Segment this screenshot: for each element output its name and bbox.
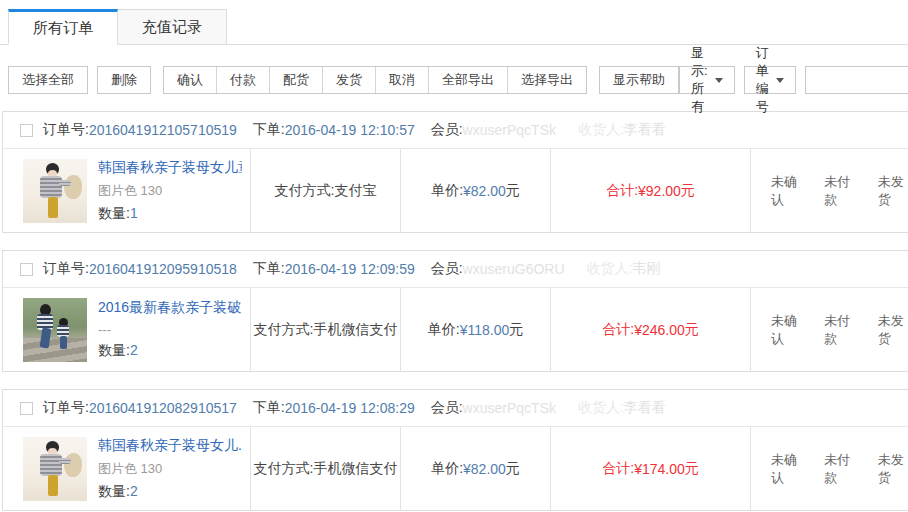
placed-value: 2016-04-19 12:09:59 — [285, 261, 415, 277]
decor-flowers — [64, 175, 82, 199]
select-all-button[interactable]: 选择全部 — [8, 66, 88, 94]
chevron-down-icon — [776, 78, 784, 83]
status-unshipped: 未发货 — [878, 173, 908, 209]
status-unpaid: 未付款 — [824, 312, 854, 348]
yuan-suffix: 元 — [685, 460, 699, 478]
total-label: 合计: — [606, 182, 638, 200]
product-title-link[interactable]: 韩国春秋亲子装母女儿童... — [98, 159, 242, 177]
total-cell: 合计:¥174.00元 — [550, 427, 750, 510]
order-no-label: 订单号: — [43, 260, 89, 278]
total-value: ¥174.00 — [634, 461, 685, 477]
total-label: 合计: — [602, 321, 634, 339]
order-list: 订单号:2016041912105710519 下单:2016-04-19 12… — [0, 111, 908, 511]
pay-button[interactable]: 付款 — [216, 67, 269, 93]
receiver-value: 韦刚 — [632, 260, 660, 278]
order-body: 韩国春秋亲子装母女儿童... 图片色 130 数量:1 支付方式:支付宝 单价:… — [3, 148, 908, 232]
girl-arm — [59, 180, 71, 186]
total-label: 合计: — [602, 460, 634, 478]
girl-arm — [59, 458, 71, 464]
child-jeans — [60, 336, 67, 349]
order-card: 订单号:2016041912082910517 下单:2016-04-19 12… — [2, 389, 908, 511]
show-help-button[interactable]: 显示帮助 — [599, 66, 679, 94]
decor-flowers — [64, 453, 82, 477]
payment-label: 支付方式: — [275, 182, 335, 200]
unit-price-label: 单价: — [431, 460, 463, 478]
order-checkbox[interactable] — [20, 124, 33, 137]
order-checkbox[interactable] — [20, 402, 33, 415]
order-card: 订单号:2016041912105710519 下单:2016-04-19 12… — [2, 111, 908, 233]
order-header: 订单号:2016041912082910517 下单:2016-04-19 12… — [3, 390, 908, 426]
member-label: 会员: — [431, 260, 463, 278]
receiver-label: 收货人: — [578, 399, 624, 417]
product-variant: 图片色 130 — [98, 182, 242, 200]
product-info: 韩国春秋亲子装母女儿童... 图片色 130 数量:1 — [98, 159, 242, 223]
member-value: wxuseruG6ORU — [463, 261, 565, 277]
cancel-button[interactable]: 取消 — [375, 67, 428, 93]
quantity-value: 1 — [130, 205, 138, 221]
allocate-button[interactable]: 配货 — [269, 67, 322, 93]
export-all-button[interactable]: 全部导出 — [428, 67, 507, 93]
member-label: 会员: — [431, 399, 463, 417]
quantity-value: 2 — [130, 342, 138, 358]
product-info: 韩国春秋亲子装母女儿... 图片色 130 数量:2 — [98, 437, 242, 501]
toolbar-right: 显示:所有 订单编号 — [679, 66, 908, 94]
order-no-label: 订单号: — [43, 399, 89, 417]
payment-cell: 支付方式:手机微信支付 — [250, 288, 400, 371]
search-input[interactable] — [805, 66, 908, 94]
girl-yellow-pants — [48, 197, 58, 218]
ship-button[interactable]: 发货 — [322, 67, 375, 93]
yuan-suffix: 元 — [509, 321, 523, 339]
unit-price-value: ¥82.00 — [463, 183, 506, 199]
status-unconfirmed: 未确认 — [771, 312, 801, 348]
order-no-value: 2016041912105710519 — [89, 122, 237, 138]
product-title-link[interactable]: 韩国春秋亲子装母女儿... — [98, 437, 242, 455]
confirm-button[interactable]: 确认 — [164, 67, 216, 93]
product-variant: --- — [98, 322, 242, 337]
yuan-suffix: 元 — [685, 321, 699, 339]
status-cell: 未确认 未付款 未发货 — [750, 288, 908, 371]
order-actions-group: 确认 付款 配货 发货 取消 全部导出 选择导出 — [163, 66, 587, 94]
girl-striped-top — [40, 454, 62, 476]
receiver-value: 李看看 — [624, 121, 666, 139]
total-value: ¥246.00 — [634, 322, 685, 338]
stone-steps — [23, 338, 87, 362]
search-type-label: 订单编号 — [756, 44, 769, 116]
product-info: 2016最新春款亲子装破... --- 数量:2 — [98, 299, 242, 360]
unit-price-value: ¥118.00 — [460, 322, 510, 338]
tab-bar: 所有订单 充值记录 — [0, 8, 908, 45]
tab-recharge-records[interactable]: 充值记录 — [118, 9, 227, 45]
status-unconfirmed: 未确认 — [771, 173, 801, 209]
girl-yellow-pants — [48, 475, 58, 496]
total-cell: 合计:¥246.00元 — [550, 288, 750, 371]
display-filter-dropdown[interactable]: 显示:所有 — [679, 66, 735, 94]
unit-price-cell: 单价:¥82.00元 — [400, 149, 550, 232]
unit-price-cell: 单价:¥118.00元 — [400, 288, 550, 371]
order-body: 韩国春秋亲子装母女儿... 图片色 130 数量:2 支付方式:手机微信支付 单… — [3, 426, 908, 510]
child-striped-top — [57, 325, 69, 337]
export-selected-button[interactable]: 选择导出 — [507, 67, 586, 93]
tab-all-orders[interactable]: 所有订单 — [8, 9, 118, 45]
unit-price-label: 单价: — [431, 182, 463, 200]
payment-label: 支付方式: — [254, 321, 314, 339]
payment-cell: 支付方式:支付宝 — [250, 149, 400, 232]
product-image[interactable] — [23, 159, 87, 223]
receiver-label: 收货人: — [587, 260, 633, 278]
unit-price-cell: 单价:¥82.00元 — [400, 427, 550, 510]
order-checkbox[interactable] — [20, 263, 33, 276]
unit-price-value: ¥82.00 — [463, 461, 506, 477]
search-type-dropdown[interactable]: 订单编号 — [744, 66, 796, 94]
yuan-suffix: 元 — [506, 182, 520, 200]
placed-label: 下单: — [253, 260, 285, 278]
status-unshipped: 未发货 — [878, 312, 908, 348]
delete-button[interactable]: 删除 — [97, 66, 151, 94]
payment-value: 手机微信支付 — [313, 460, 397, 478]
status-cell: 未确认 未付款 未发货 — [750, 149, 908, 232]
yuan-suffix: 元 — [506, 460, 520, 478]
product-image[interactable] — [23, 298, 87, 362]
status-unpaid: 未付款 — [824, 173, 854, 209]
placed-value: 2016-04-19 12:08:29 — [285, 400, 415, 416]
product-image[interactable] — [23, 437, 87, 501]
product-title-link[interactable]: 2016最新春款亲子装破... — [98, 299, 242, 317]
product-variant: 图片色 130 — [98, 460, 242, 478]
placed-label: 下单: — [253, 399, 285, 417]
